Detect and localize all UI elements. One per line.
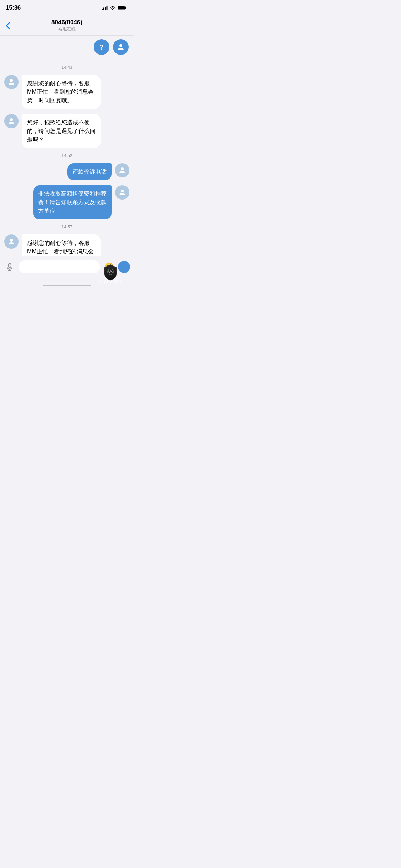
message-row: 感谢您的耐心等待，客服MM正忙，看到您的消息会第一时间回复哦。 (4, 75, 129, 109)
nav-subtitle: 客服在线 (51, 26, 82, 32)
nav-title-block: 8046(8046) 客服在线 (51, 19, 82, 32)
profile-button-top[interactable] (113, 39, 129, 55)
svg-rect-1 (103, 8, 104, 10)
svg-point-8 (10, 118, 13, 121)
status-icons (102, 6, 127, 10)
voice-button[interactable] (4, 261, 16, 273)
watermark-text: BLACK CAT (99, 280, 123, 284)
avatar (4, 234, 19, 249)
svg-point-9 (121, 167, 124, 170)
nav-title: 8046(8046) (51, 19, 82, 26)
person-icon (117, 43, 125, 51)
svg-point-7 (10, 79, 13, 82)
message-bubble: 感谢您的耐心等待，客服MM正忙，看到您的消息会第一时间回复哦。 (22, 75, 101, 109)
avatar (4, 114, 19, 128)
svg-rect-3 (107, 6, 108, 10)
message-bubble: 您好，抱歉给您造成不便的，请问您是遇见了什么问题吗？ (22, 114, 101, 148)
message-bubble: 非法收取高额担保费和推荐费！请告知联系方式及收款方单位 (33, 185, 112, 219)
top-buttons: ? (4, 39, 129, 55)
chat-area: ? 14:43感谢您的耐心等待，客服MM正忙，看到您的消息会第一时间回复哦。您好… (0, 36, 134, 268)
svg-point-11 (10, 239, 13, 242)
timestamp: 14:57 (4, 224, 129, 229)
svg-point-6 (119, 44, 122, 47)
voice-icon (5, 263, 14, 271)
timestamp: 14:43 (4, 65, 129, 70)
avatar (4, 75, 19, 89)
wifi-icon (110, 6, 115, 10)
svg-point-17 (110, 269, 111, 271)
status-time: 15:36 (6, 4, 21, 11)
shield-icon (102, 264, 119, 281)
avatar (115, 185, 129, 200)
signal-icon (102, 6, 108, 10)
messages-container: 14:43感谢您的耐心等待，客服MM正忙，看到您的消息会第一时间回复哦。您好，抱… (4, 61, 129, 268)
question-mark-icon: ? (99, 43, 104, 51)
message-row: 您好，抱歉给您造成不便的，请问您是遇见了什么问题吗？ (4, 114, 129, 148)
back-button[interactable] (6, 22, 10, 29)
svg-rect-0 (102, 9, 103, 10)
svg-rect-2 (105, 7, 106, 10)
svg-point-10 (121, 190, 124, 192)
nav-bar: 8046(8046) 客服在线 (0, 16, 134, 36)
watermark: BLACK CAT (87, 263, 134, 284)
status-bar: 15:36 (0, 0, 134, 16)
message-row: 非法收取高额担保费和推荐费！请告知联系方式及收款方单位 (4, 185, 129, 219)
battery-icon (118, 6, 127, 10)
timestamp: 14:52 (4, 153, 129, 158)
help-button[interactable]: ? (94, 39, 109, 55)
message-row: 还款投诉电话 (4, 163, 129, 180)
svg-point-13 (8, 263, 11, 268)
svg-rect-5 (118, 6, 125, 9)
message-bubble: 还款投诉电话 (67, 163, 112, 180)
home-indicator (43, 285, 91, 286)
avatar (115, 163, 129, 177)
